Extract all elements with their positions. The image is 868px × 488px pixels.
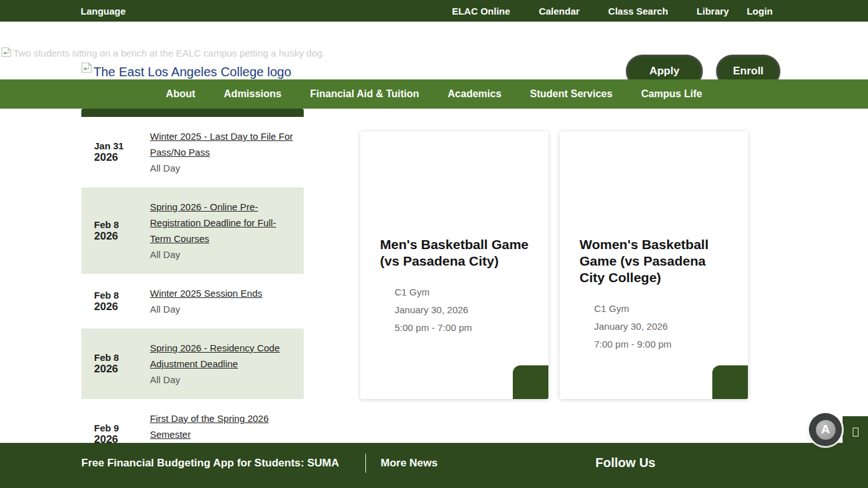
card-more-button[interactable] [513,365,548,399]
event-body: Spring 2026 - Residency Code Adjustment … [150,340,294,388]
top-utility-bar: Language ELAC Online Calendar Class Sear… [0,0,868,22]
topbar-links: ELAC Online Calendar Class Search Librar… [452,6,773,17]
event-time: All Day [150,301,294,317]
event-date: Jan 31 2026 [94,140,137,164]
accessibility-widget-button[interactable]: A [809,413,842,446]
nav-item-student-services[interactable]: Student Services [530,88,613,100]
event-date: Feb 8 2026 [94,219,137,243]
footer-divider [365,454,366,473]
footer-more-news-link[interactable]: More News [381,457,438,470]
logo-alt-text: The East Los Angeles College logo [93,65,291,79]
nav-item-academics[interactable]: Academics [448,88,502,100]
footer-follow-us-heading: Follow Us [595,456,655,470]
events-calendar-widget: Jan 31 2026 Winter 2025 - Last Day to Fi… [81,109,304,470]
topbar-link-class-search[interactable]: Class Search [608,6,668,17]
card-date: January 30, 2026 [395,301,548,319]
page: Language ELAC Online Calendar Class Sear… [0,0,868,488]
hero-image-alt-text: Two students sitting on a bench at the E… [13,47,325,58]
card-time: 7:00 pm - 9:00 pm [594,336,748,353]
event-date-year: 2026 [94,301,137,313]
nav-item-financial-aid[interactable]: Financial Aid & Tuition [310,88,419,100]
card-more-button[interactable] [712,365,748,399]
event-date-year: 2026 [94,230,137,243]
event-date: Feb 8 2026 [94,290,137,313]
event-date-year: 2026 [94,363,137,376]
event-row: Feb 8 2026 Spring 2026 - Online Pre-Regi… [81,187,304,274]
card-title: Men's Basketball Game (vs Pasadena City) [380,236,531,269]
site-logo-link[interactable]: The East Los Angeles College logo [81,62,291,79]
chat-widget-tab[interactable] [843,416,868,448]
event-row: Feb 8 2026 Spring 2026 - Residency Code … [81,329,304,399]
card-location: C1 Gym [594,300,748,318]
event-card-mens-basketball: Men's Basketball Game (vs Pasadena City)… [360,132,548,399]
hero-broken-image: Two students sitting on a bench at the E… [1,47,325,58]
missing-glyph-icon [853,428,858,437]
footer: Free Financial Budgeting App for Student… [0,443,868,488]
event-date-day: Feb 8 [94,290,137,301]
footer-news-link[interactable]: Free Financial Budgeting App for Student… [81,457,339,470]
site-header: Two students sitting on a bench at the E… [0,22,868,79]
events-widget-header [81,109,304,117]
card-image-placeholder [560,132,748,236]
event-title-link[interactable]: Winter 2025 Session Ends [150,288,262,299]
topbar-link-calendar[interactable]: Calendar [539,6,580,17]
card-title: Women's Basketball Game (vs Pasadena Cit… [580,236,730,286]
topbar-link-library[interactable]: Library [696,6,729,17]
nav-item-campus-life[interactable]: Campus Life [641,88,702,100]
nav-item-about[interactable]: About [166,88,195,100]
card-time: 5:00 pm - 7:00 pm [395,319,548,337]
nav-item-admissions[interactable]: Admissions [224,88,281,100]
event-title-link[interactable]: Winter 2025 - Last Day to File For Pass/… [150,131,293,158]
card-meta: C1 Gym January 30, 2026 5:00 pm - 7:00 p… [395,283,548,337]
card-location: C1 Gym [395,283,548,301]
card-meta: C1 Gym January 30, 2026 7:00 pm - 9:00 p… [594,300,748,353]
accessibility-icon: A [816,420,836,440]
language-menu[interactable]: Language [81,6,126,17]
event-title-link[interactable]: Spring 2026 - Online Pre-Registration De… [150,201,276,244]
event-cards: Men's Basketball Game (vs Pasadena City)… [360,132,748,399]
event-date-day: Feb 9 [94,423,137,433]
event-date-day: Feb 8 [94,352,137,363]
event-body: Winter 2025 Session Ends All Day [150,285,294,317]
event-body: Winter 2025 - Last Day to File For Pass/… [150,128,294,176]
main-nav: About Admissions Financial Aid & Tuition… [0,79,868,109]
broken-image-icon [1,47,11,57]
event-date-day: Feb 8 [94,219,137,230]
event-row: Feb 8 2026 Winter 2025 Session Ends All … [81,274,304,329]
card-date: January 30, 2026 [594,318,748,336]
topbar-link-elac-online[interactable]: ELAC Online [452,6,510,17]
event-title-link[interactable]: Spring 2026 - Residency Code Adjustment … [150,342,280,369]
event-date-day: Jan 31 [94,140,137,151]
event-time: All Day [150,372,294,388]
topbar-link-login[interactable]: Login [747,6,773,17]
event-card-womens-basketball: Women's Basketball Game (vs Pasadena Cit… [560,132,748,399]
event-body: Spring 2026 - Online Pre-Registration De… [150,199,294,262]
event-title-link[interactable]: First Day of the Spring 2026 Semester [150,413,269,440]
event-date-year: 2026 [94,151,137,164]
card-image-placeholder [360,132,548,236]
broken-image-icon [81,62,92,73]
event-time: All Day [150,247,294,262]
event-time: All Day [150,160,294,176]
event-row: Jan 31 2026 Winter 2025 - Last Day to Fi… [81,117,304,187]
event-date: Feb 8 2026 [94,352,137,376]
